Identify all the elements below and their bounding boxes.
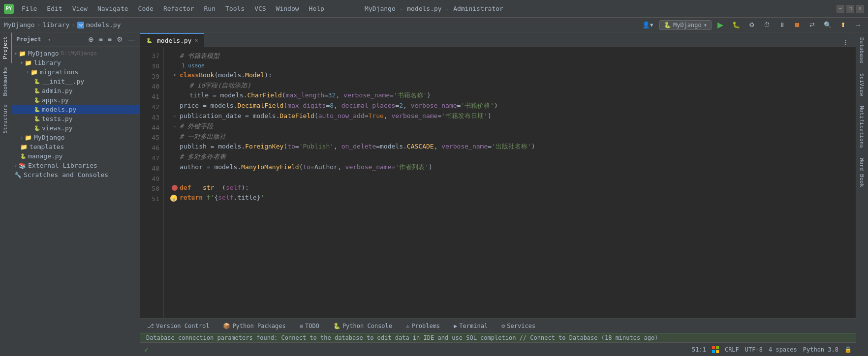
line-num-41: 41 [140, 92, 159, 102]
sidebar-minimize[interactable]: — [127, 34, 136, 44]
tree-views-py[interactable]: 🐍 views.py [12, 123, 140, 133]
run-config-label: MyDjango [673, 22, 702, 29]
op: ( [314, 112, 318, 119]
sb: '作者列表' [395, 163, 429, 171]
cursor-position[interactable]: 51:1 [692, 346, 706, 353]
line-num-46: 46 [140, 143, 159, 153]
windows-color-icon [712, 346, 719, 353]
python-console-tab[interactable]: 🐍 Python Console [330, 322, 395, 330]
user-button[interactable]: 👤▾ [639, 20, 656, 30]
code-text: # 多对多作者表 [180, 152, 226, 162]
python-packages-tab[interactable]: 📦 Python Packages [220, 322, 288, 330]
python-version[interactable]: Python 3.8 [803, 346, 838, 353]
line-num-51: 51 [140, 194, 159, 205]
tab-models-py[interactable]: 🐍 models.py × [140, 33, 204, 47]
todo-tab[interactable]: ≡ TODO [297, 322, 322, 330]
field-name: title = models. [189, 91, 247, 99]
sciview-panel-tab[interactable]: SciView [856, 68, 868, 101]
code-editor[interactable]: 37 38 39 40 41 42 43 44 45 46 47 48 49 5… [140, 47, 856, 318]
sidebar-add-button[interactable]: ⊕ [87, 34, 95, 44]
problems-icon: ⚠ [406, 323, 409, 329]
base-class: models [218, 70, 241, 81]
project-tab[interactable]: Project [0, 32, 12, 63]
fold-arrow-icon[interactable]: ▾ [173, 71, 176, 79]
next-button[interactable]: → [852, 20, 864, 30]
services-tab[interactable]: ⚙ Services [498, 322, 538, 330]
sidebar-settings[interactable]: ⚙ [116, 34, 124, 44]
menu-window[interactable]: Window [272, 4, 303, 13]
tree-tests-py[interactable]: 🐍 tests.py [12, 114, 140, 123]
line-ending[interactable]: CRLF [725, 346, 739, 353]
tree-apps-py[interactable]: 🐍 apps.py [12, 95, 140, 105]
menu-help[interactable]: Help [305, 4, 328, 13]
menu-tools[interactable]: Tools [221, 4, 248, 13]
tree-init-py[interactable]: 🐍 __init__.py [12, 77, 140, 86]
menu-view[interactable]: View [68, 4, 92, 13]
indent[interactable]: 4 spaces [769, 346, 797, 353]
menu-run[interactable]: Run [200, 4, 219, 13]
breadcrumb-library[interactable]: library [42, 21, 69, 29]
code-text: price = models.DecimalField(max_digits=8… [180, 101, 498, 111]
tree-manage-py[interactable]: 🐍 manage.py [12, 151, 140, 161]
code-text: publication_date = models.DateField(auto… [180, 111, 492, 121]
tree-library[interactable]: ▾ 📁 library [12, 58, 140, 67]
menu-code[interactable]: Code [134, 4, 157, 13]
tree-migrations[interactable]: › 📁 migrations [12, 67, 140, 77]
close-button[interactable]: × [856, 5, 864, 13]
terminal-label: Terminal [459, 323, 488, 329]
update-button[interactable]: ⬆ [837, 20, 849, 30]
tree-root[interactable]: ▾ 📁 MyDjango D:\MyDjango [12, 49, 140, 58]
menu-navigate[interactable]: Navigate [93, 4, 132, 13]
coverage-button[interactable]: ♻ [746, 20, 758, 30]
notifications-panel-tab[interactable]: Notifications [856, 101, 868, 153]
menu-edit[interactable]: Edit [43, 4, 66, 13]
terminal-tab[interactable]: ▶ Terminal [451, 322, 491, 330]
menu-file[interactable]: File [18, 4, 41, 13]
line-num-43: 43 [140, 113, 159, 123]
bookmarks-tab[interactable]: Bookmarks [0, 63, 12, 100]
code-text: # id字段(自动添加) [189, 81, 251, 91]
code-line-37: # 书籍表模型 [170, 51, 856, 61]
menu-vcs[interactable]: VCS [250, 4, 270, 13]
debug-button[interactable]: 🐛 [729, 20, 743, 30]
tree-models-py[interactable]: 🐍 models.py [12, 105, 140, 114]
structure-tab[interactable]: Structure [0, 100, 12, 138]
maximize-button[interactable]: □ [846, 5, 854, 13]
tree-scratches[interactable]: 🔧 Scratches and Consoles [12, 170, 140, 179]
version-control-tab[interactable]: ⎇ Version Control [144, 322, 212, 330]
tree-external-libs[interactable]: › 📚 External Libraries [12, 161, 140, 170]
fold-icon[interactable]: ▹ [173, 122, 176, 130]
fold-icon[interactable]: ▹ [173, 112, 176, 120]
database-panel-tab[interactable]: Database [856, 32, 868, 68]
py-file-icon: 🐍 [20, 153, 26, 159]
run-config[interactable]: 🐍 MyDjango ▾ [659, 20, 712, 30]
problems-tab[interactable]: ⚠ Problems [403, 322, 443, 330]
sidebar-expand-all[interactable]: ≡ [107, 34, 113, 44]
translate-button[interactable]: ⇄ [806, 20, 818, 30]
menu-refactor[interactable]: Refactor [159, 4, 198, 13]
svg-rect-1 [716, 346, 719, 349]
editor-settings-button[interactable]: ⋮ [839, 37, 852, 47]
tree-templates[interactable]: 📁 templates [12, 142, 140, 151]
encoding[interactable]: UTF-8 [745, 346, 763, 353]
tree-mydjango-folder[interactable]: › 📁 MyDjango [12, 133, 140, 142]
breadcrumb-file[interactable]: py models.py [77, 21, 121, 29]
search-button[interactable]: 🔍 [821, 20, 835, 30]
stop-button[interactable]: ⏹ [791, 20, 804, 30]
minimize-button[interactable]: − [837, 5, 844, 13]
tree-library-label: library [34, 59, 61, 66]
breadcrumb-project[interactable]: MyDjango [4, 21, 35, 29]
profile-button[interactable]: ⏱ [761, 20, 773, 30]
scratches-icon: 🔧 [14, 172, 22, 178]
ca: , [334, 143, 341, 150]
pause-button[interactable]: ⏸ [776, 20, 788, 30]
tab-close-button[interactable]: × [194, 37, 198, 44]
usage-hint-line: 1 usage [170, 61, 856, 70]
wordbook-panel-tab[interactable]: Word Book [856, 153, 868, 192]
lightbulb-icon[interactable]: 💡 [170, 195, 177, 202]
sidebar-collapse-all[interactable]: ≡ [98, 34, 104, 44]
pb: verbose_name [392, 112, 438, 119]
run-button[interactable]: ▶ [714, 19, 726, 30]
code-content[interactable]: # 书籍表模型 1 usage ▾ class Book ( models . [164, 47, 856, 318]
tree-admin-py[interactable]: 🐍 admin.py [12, 86, 140, 95]
